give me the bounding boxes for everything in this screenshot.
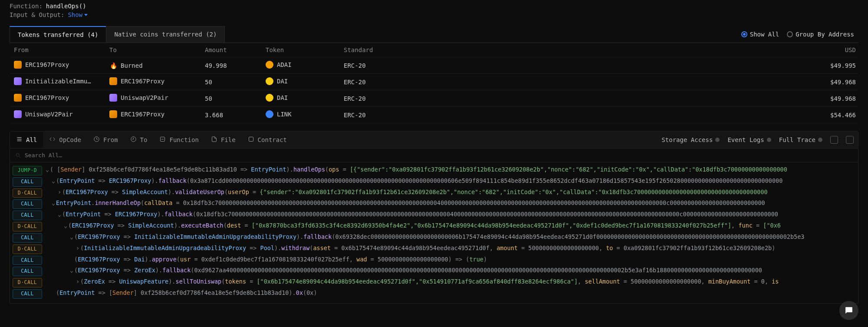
- token-punc: ): [772, 244, 775, 251]
- svg-point-7: [16, 153, 19, 156]
- token-punc: =>: [114, 222, 128, 229]
- token-func: 0x: [296, 289, 303, 296]
- col-token: Token: [261, 43, 339, 57]
- token-punc: (: [303, 289, 306, 296]
- token-punc: => [: [95, 289, 112, 296]
- tool-label: Event Logs: [727, 136, 764, 143]
- opcode-pill: CALL: [13, 177, 42, 187]
- tab-tokens-transferred[interactable]: Tokens transferred (4): [10, 26, 106, 43]
- trace-row[interactable]: CALL⌄(EntryPoint => ERC1967Proxy).fallba…: [13, 176, 858, 188]
- token-addr: 0: [761, 278, 765, 285]
- tab-native-coins[interactable]: Native coins transferred (2): [106, 26, 225, 43]
- search-input[interactable]: [25, 152, 853, 159]
- caret-down-icon[interactable]: ⌄: [70, 266, 74, 275]
- token-addr: 50000000000000000000: [631, 278, 701, 285]
- token-sender: Sender: [112, 289, 134, 296]
- opcode-pill: D·CALL: [13, 222, 42, 231]
- token-punc: =>: [120, 267, 135, 274]
- table-row[interactable]: UniswapV2PairERC1967Proxy3.668LINKERC-20…: [10, 107, 858, 123]
- trace-row[interactable]: CALL (EntryPoint => [Sender] 0xf258b6cef…: [13, 288, 858, 300]
- token-addr: 0x: [306, 289, 313, 296]
- filter-tab-label: From: [103, 136, 118, 143]
- tool-event-logs[interactable]: Event Logs: [727, 136, 771, 143]
- radio-group-by-address[interactable]: Group By Address: [787, 31, 854, 38]
- token-punc: (: [141, 199, 144, 206]
- token-punc: =>: [105, 278, 119, 285]
- token-contract: ERC1967Proxy: [115, 211, 158, 218]
- col-standard: Standard: [339, 43, 619, 57]
- filter-tab-function[interactable]: Function: [153, 132, 204, 148]
- trace-row[interactable]: CALL⌄(ERC1967Proxy => InitializableImmut…: [13, 232, 858, 244]
- filter-tab-contract[interactable]: Contract: [242, 132, 293, 148]
- token-punc: ).: [174, 222, 181, 229]
- token-punc: (: [74, 256, 78, 263]
- expand-button[interactable]: [830, 136, 838, 144]
- token-sender: Sender: [60, 166, 82, 173]
- io-show-toggle[interactable]: Show: [68, 11, 88, 18]
- trace-row[interactable]: D·CALL›(ZeroEx => UniswapFeature).sellTo…: [13, 277, 858, 288]
- token-func: sellToUniswap: [176, 278, 222, 285]
- token-addr: 0x18dfb3c7000000000000000000000000000000…: [183, 199, 765, 206]
- caret-down-icon[interactable]: ⌄: [58, 210, 62, 219]
- token-addr: 0xd9627aa4000000000000000000000000000000…: [194, 267, 762, 274]
- opcode-pill: D·CALL: [13, 244, 42, 254]
- usd-value: $54.466: [619, 107, 858, 123]
- caret-right-icon[interactable]: ›: [58, 188, 62, 197]
- collapse-button[interactable]: [846, 136, 854, 144]
- filter-tab-file[interactable]: File: [205, 132, 242, 148]
- token-symbol: ADAI: [277, 61, 292, 68]
- tool-label: Full Trace: [779, 136, 815, 143]
- trace-row[interactable]: CALL⌄EntryPoint.innerHandleOp(callData =…: [13, 198, 858, 210]
- caret-down-icon[interactable]: ⌄: [46, 165, 50, 174]
- caret-right-icon[interactable]: ›: [76, 244, 80, 253]
- trace-row[interactable]: JUMP·D⌄( [Sender] 0xf258b6cef0d7786f4ea1…: [13, 165, 858, 176]
- token-punc: ]: [82, 166, 89, 173]
- token-punc: =>: [120, 256, 135, 263]
- token-punc: ,: [490, 244, 496, 251]
- filter-tab-opcode[interactable]: OpCode: [43, 132, 87, 148]
- token-param: asset: [313, 244, 331, 251]
- trace-row[interactable]: D·CALL⌄(ERC1967Proxy => SimpleAccount).e…: [13, 221, 858, 232]
- caret-down-icon[interactable]: ⌄: [64, 221, 68, 230]
- caret-down-icon[interactable]: ⌄: [70, 232, 74, 241]
- trace-row[interactable]: D·CALL›(InitializableImmutableAdminUpgra…: [13, 244, 858, 255]
- caret-right-icon[interactable]: ›: [76, 277, 80, 286]
- token-punc: =: [331, 244, 341, 251]
- filter-tab-from[interactable]: From: [87, 132, 124, 148]
- token-addr: 0x18dfb3c7000000000000000000000000000000…: [196, 211, 778, 218]
- trace-row[interactable]: CALL (ERC1967Proxy => Dai).approve(usr =…: [13, 255, 858, 266]
- contract-icon: [109, 77, 117, 85]
- trace-row[interactable]: CALL⌄(EntryPoint => ERC1967Proxy).fallba…: [13, 210, 858, 221]
- trace-row[interactable]: CALL⌄(ERC1967Proxy => ZeroEx).fallback(0…: [13, 266, 858, 277]
- usd-value: $49.968: [619, 74, 858, 90]
- token-contract: ERC1967Proxy: [78, 256, 120, 263]
- amount-value: 50: [201, 74, 261, 90]
- table-row[interactable]: ERC1967ProxyUniswapV2Pair50DAIERC-20$49.…: [10, 90, 858, 107]
- svg-line-8: [19, 156, 20, 157]
- token-punc: =: [339, 166, 350, 173]
- caret-down-icon[interactable]: ⌄: [52, 176, 56, 185]
- radio-show-all-label: Show All: [750, 31, 779, 38]
- tokens-table: From To Amount Token Standard USD ERC196…: [10, 43, 858, 123]
- status-dot-icon: [767, 138, 771, 142]
- token-punc: =: [620, 278, 631, 285]
- trace-row[interactable]: D·CALL›(ERC1967Proxy => SimpleAccount).v…: [13, 188, 858, 199]
- table-row[interactable]: InitializableImmu…ERC1967Proxy50DAIERC-2…: [10, 74, 858, 90]
- caret-down-icon[interactable]: ⌄: [52, 198, 56, 208]
- filter-tab-label: All: [26, 136, 37, 143]
- tool-storage-access[interactable]: Storage Access: [661, 136, 720, 143]
- token-punc: ).: [274, 244, 281, 251]
- usd-value: $49.995: [619, 57, 858, 74]
- col-usd: USD: [619, 43, 858, 57]
- token-lit: true: [469, 256, 483, 263]
- filter-tab-to[interactable]: To: [124, 132, 154, 148]
- filter-tab-label: OpCode: [59, 136, 81, 143]
- token-punc: (: [56, 177, 59, 184]
- tool-full-trace[interactable]: Full Trace: [779, 136, 822, 143]
- amount-value: 49.998: [201, 57, 261, 74]
- token-punc: ).: [289, 289, 296, 296]
- radio-show-all[interactable]: Show All: [741, 31, 779, 38]
- filter-tab-all[interactable]: All: [10, 132, 43, 148]
- filter-tab-icon: [248, 136, 254, 144]
- table-row[interactable]: ERC1967Proxy🔥Burned49.998ADAIERC-20$49.9…: [10, 57, 858, 74]
